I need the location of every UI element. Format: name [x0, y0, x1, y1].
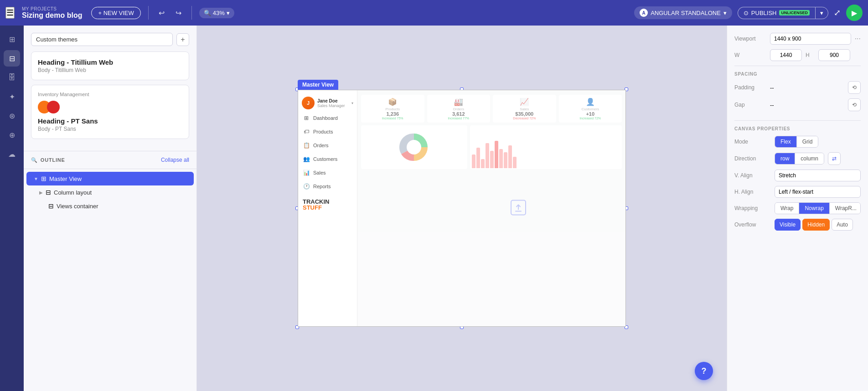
viewport-row: Viewport 1440 x 900 ···: [734, 33, 861, 45]
stat-sales-icon: 📈: [496, 98, 553, 106]
themes-select[interactable]: Custom themes: [31, 33, 173, 46]
rail-pages-btn[interactable]: ⊞: [4, 31, 20, 47]
stat-customers-icon: 👤: [562, 98, 620, 106]
row-button[interactable]: row: [775, 153, 795, 164]
gap-label: Gap: [734, 102, 766, 108]
wrap-button[interactable]: Wrap: [775, 203, 799, 214]
publish-dropdown-button[interactable]: ▾: [815, 7, 828, 19]
outline-tree: ▼ ⊞ Master View ▶ ⊟ Column layout ⊟ View…: [24, 169, 196, 216]
preview-frame: J Jane Doe Sales Manager ▾ ⊞ Dashboard: [298, 90, 626, 327]
wrapr-button[interactable]: WrapR...: [829, 203, 861, 214]
nav-label-dashboard: Dashboard: [313, 115, 338, 121]
canvas-properties-section: CANVAS PROPERTIES Mode Flex Grid Directi…: [734, 126, 861, 231]
publish-button[interactable]: ⊙ PUBLISH UNLICENSED: [738, 7, 815, 19]
gap-link-button[interactable]: ⟲: [848, 98, 861, 111]
rail-theme-btn[interactable]: ⊛: [4, 108, 20, 124]
theme-card-2[interactable]: Inventory Management Heading - PT Sans B…: [31, 85, 189, 139]
theme-card-2-subtitle: Body - PT Sans: [38, 126, 182, 132]
theme-card-2-label: Inventory Management: [38, 92, 182, 97]
rail-data-btn[interactable]: 🗄: [4, 69, 20, 86]
nav-item-reports[interactable]: 🕐 Reports: [298, 180, 357, 193]
h-input[interactable]: [818, 49, 850, 61]
dash-main: 📦 Products 1,236 Increased 75% 🏭 Orders …: [357, 90, 625, 326]
rail-plugins-btn[interactable]: ⊕: [4, 127, 20, 143]
overflow-visible-button[interactable]: Visible: [775, 219, 801, 231]
swap-direction-button[interactable]: ⇄: [828, 152, 841, 165]
svg-point-1: [407, 140, 421, 154]
padding-link-button[interactable]: ⟲: [848, 81, 861, 94]
stat-sales-value: $35,000: [496, 111, 553, 117]
viewport-select[interactable]: 1440 x 900: [770, 33, 851, 45]
nowrap-button[interactable]: Nowrap: [799, 203, 829, 214]
nav-label-reports: Reports: [313, 184, 331, 189]
undo-icon-btn[interactable]: ↩: [156, 7, 167, 19]
flex-button[interactable]: Flex: [775, 136, 796, 147]
outline-item-column-layout[interactable]: ▶ ⊟ Column layout: [26, 185, 194, 199]
divider-canvas: [734, 120, 861, 121]
nav-item-dashboard[interactable]: ⊞ Dashboard: [298, 111, 357, 125]
valign-select[interactable]: Stretch: [775, 170, 861, 181]
collapse-all-button[interactable]: Collapse all: [161, 157, 189, 163]
valign-row: V. Align Stretch: [734, 170, 861, 181]
canvas-props-title: CANVAS PROPERTIES: [734, 126, 861, 131]
rail-settings-btn[interactable]: ☁: [4, 146, 20, 162]
stat-products: 📦 Products 1,236 Increased 75%: [361, 95, 424, 123]
divider2: [191, 6, 192, 20]
stat-customers-value: +10: [562, 111, 620, 117]
spacing-section: SPACING Padding -- ⟲ Gap -- ⟲: [734, 72, 861, 111]
themes-section: Custom themes + Heading - Titillium Web …: [24, 26, 196, 151]
overflow-hidden-button[interactable]: Hidden: [802, 219, 830, 231]
master-view-label: Master View: [49, 175, 82, 182]
framework-selector[interactable]: A ANGULAR STANDALONE ▾: [634, 6, 732, 19]
sales-nav-icon: 📊: [303, 169, 310, 176]
direction-btn-group: row column: [775, 153, 824, 165]
overflow-row: Overflow Visible Hidden Auto: [734, 219, 861, 231]
outline-item-views-container[interactable]: ⊟ Views container: [26, 199, 194, 213]
views-container-icon: ⊟: [48, 202, 54, 210]
grid-button[interactable]: Grid: [796, 136, 818, 147]
pie-chart-container: [361, 125, 467, 169]
project-name-label: Sizing demo blog: [22, 11, 82, 20]
theme-card-1[interactable]: Heading - Titillium Web Body - Titillium…: [31, 51, 189, 80]
stat-products-value: 1,236: [364, 111, 422, 117]
avatar: J: [302, 97, 315, 109]
bar-8: [504, 152, 507, 168]
outline-item-master-view[interactable]: ▼ ⊞ Master View: [26, 172, 194, 185]
publish-area: ⊙ PUBLISH UNLICENSED ▾: [738, 7, 828, 19]
nav-item-products[interactable]: 🏷 Products: [298, 125, 357, 139]
viewport-more-button[interactable]: ···: [855, 35, 861, 43]
nav-item-customers[interactable]: 👥 Customers: [298, 152, 357, 166]
color-circles: [38, 101, 182, 113]
mode-label: Mode: [734, 139, 771, 145]
zoom-control[interactable]: 🔍 43% ▾: [199, 8, 234, 18]
w-input[interactable]: [770, 49, 802, 61]
stat-orders-icon: 🏭: [430, 98, 488, 106]
nav-item-orders[interactable]: 📋 Orders: [298, 139, 357, 152]
new-view-button[interactable]: + NEW VIEW: [91, 7, 140, 19]
divider-spacing: [734, 66, 861, 66]
share-button[interactable]: ⤢: [834, 8, 841, 18]
themes-add-button[interactable]: +: [176, 33, 189, 46]
overflow-btn-group: Visible Hidden Auto: [775, 219, 853, 231]
overflow-auto-button[interactable]: Auto: [832, 219, 853, 231]
direction-row: Direction row column ⇄: [734, 152, 861, 165]
direction-label: Direction: [734, 155, 771, 162]
help-button[interactable]: ?: [695, 362, 713, 380]
canvas-area[interactable]: Master View J Jane Doe Sales Manager ▾: [197, 26, 727, 391]
my-projects-label: MY PROJECTS: [22, 6, 82, 11]
nav-label-orders: Orders: [313, 143, 329, 148]
play-button[interactable]: ▶: [846, 5, 863, 21]
nav-item-sales[interactable]: 📊 Sales: [298, 166, 357, 180]
redo-icon-btn[interactable]: ↪: [173, 7, 184, 19]
rail-interactions-btn[interactable]: ✦: [4, 88, 20, 105]
theme-card-1-subtitle: Body - Titillium Web: [38, 67, 182, 73]
rail-components-btn[interactable]: ⊟: [4, 50, 20, 67]
bar-9: [508, 145, 512, 168]
chevron-down-small-icon: ▾: [351, 101, 353, 105]
topbar: ☰ MY PROJECTS Sizing demo blog + NEW VIE…: [0, 0, 868, 26]
halign-select[interactable]: Left / flex-start: [775, 186, 861, 198]
menu-icon-btn[interactable]: ☰: [5, 7, 15, 19]
padding-label: Padding: [734, 84, 766, 91]
bar-7: [499, 149, 503, 168]
column-button[interactable]: column: [795, 153, 824, 164]
